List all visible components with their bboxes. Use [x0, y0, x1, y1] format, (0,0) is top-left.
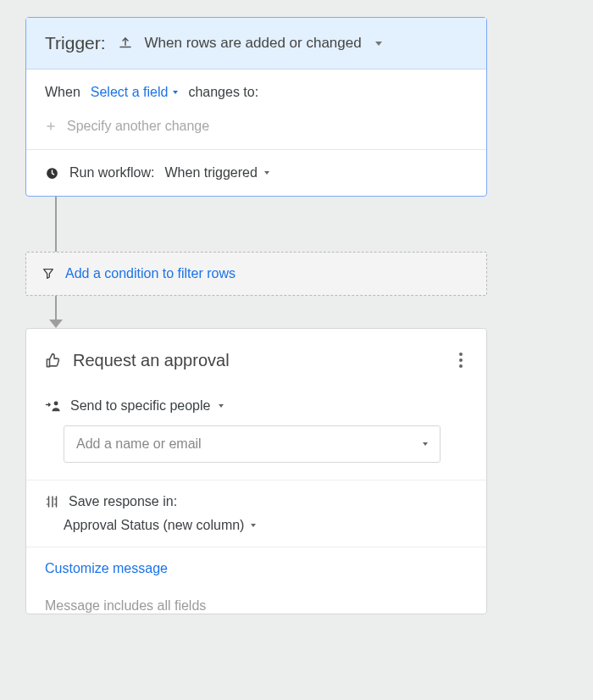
- chevron-down-icon: [264, 171, 269, 175]
- run-workflow-value: When triggered: [164, 165, 257, 181]
- run-workflow-label: Run workflow:: [69, 165, 154, 181]
- save-response-section: Save response in: Approval Status (new c…: [26, 480, 486, 547]
- run-workflow-dropdown[interactable]: When triggered: [164, 165, 269, 181]
- trigger-card: Trigger: When rows are added or changed …: [25, 17, 487, 197]
- more-menu-button[interactable]: [454, 347, 468, 373]
- customize-message-link[interactable]: Customize message: [45, 561, 168, 576]
- select-field-dropdown[interactable]: Select a field: [91, 85, 179, 100]
- changes-to-label: changes to:: [188, 85, 258, 100]
- add-condition-label: Add a condition to filter rows: [65, 266, 236, 281]
- plus-icon: [45, 120, 57, 132]
- send-to-section: Send to specific people Add a name or em…: [26, 381, 486, 480]
- response-column-dropdown[interactable]: Approval Status (new column): [64, 518, 468, 533]
- add-change-label: Specify another change: [67, 119, 209, 134]
- add-condition-box[interactable]: Add a condition to filter rows: [25, 252, 487, 296]
- svg-point-1: [54, 401, 58, 405]
- send-to-dropdown[interactable]: Send to specific people: [45, 398, 468, 414]
- chevron-down-icon: [251, 524, 256, 527]
- trigger-title: Trigger:: [45, 33, 106, 53]
- when-label: When: [45, 85, 80, 100]
- chevron-down-icon: [423, 442, 428, 446]
- connector-arrow: [25, 296, 487, 328]
- message-fields-partial: Message includes all fields: [26, 590, 486, 614]
- send-to-label: Send to specific people: [70, 398, 210, 414]
- upload-icon: [118, 36, 133, 51]
- person-arrow-icon: [45, 399, 62, 413]
- chevron-down-icon: [375, 42, 382, 46]
- trigger-type-label: When rows are added or changed: [145, 35, 362, 52]
- trigger-type-dropdown[interactable]: When rows are added or changed: [145, 35, 382, 52]
- add-change-button[interactable]: Specify another change: [45, 119, 468, 134]
- save-response-label: Save response in:: [69, 494, 177, 509]
- columns-icon: [45, 494, 60, 509]
- trigger-when-section: When Select a field changes to: Specify …: [26, 69, 486, 149]
- approval-card: Request an approval Send to specific peo…: [25, 328, 487, 614]
- approval-header: Request an approval: [26, 329, 486, 381]
- run-workflow-section: Run workflow: When triggered: [26, 149, 486, 196]
- filter-icon: [42, 267, 55, 281]
- approval-title: Request an approval: [73, 351, 230, 370]
- customize-message-section: Customize message: [26, 547, 486, 590]
- trigger-header: Trigger: When rows are added or changed: [26, 18, 486, 69]
- clock-icon: [45, 166, 59, 181]
- name-email-placeholder: Add a name or email: [76, 436, 202, 452]
- chevron-down-icon: [219, 404, 224, 408]
- chevron-down-icon: [173, 91, 178, 94]
- thumbs-up-icon: [45, 353, 61, 369]
- response-column-label: Approval Status (new column): [64, 518, 244, 533]
- arrow-down-icon: [49, 319, 63, 328]
- name-email-input[interactable]: Add a name or email: [64, 425, 441, 463]
- connector-line: [25, 197, 487, 252]
- select-field-label: Select a field: [91, 85, 169, 100]
